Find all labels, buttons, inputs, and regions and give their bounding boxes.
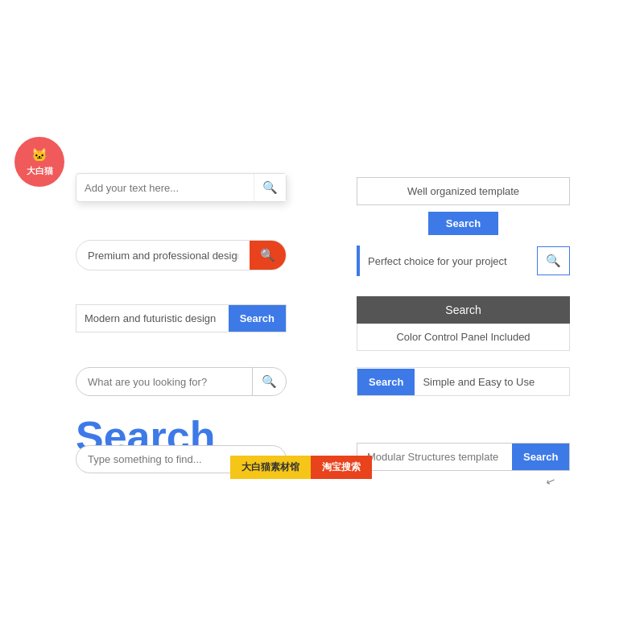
search-panel-2: Perfect choice for your project 🔍 [357, 246, 570, 276]
search-bar-4: 🔍 [76, 367, 287, 396]
watermark-text-right: 淘宝搜索 [311, 456, 372, 479]
panel-body-r3: Color Control Panel Included [357, 324, 570, 351]
search-panel-5: Search [357, 443, 570, 471]
search-panel-3: Search Color Control Panel Included [357, 296, 570, 351]
search-text-r2: Perfect choice for your project [368, 248, 530, 275]
search-input-r1[interactable] [357, 177, 570, 205]
watermark-text-left: 大白猫素材馆 [230, 456, 311, 479]
search-icon-r4: 🔍 [566, 368, 570, 395]
search-button-r1[interactable]: Search [428, 212, 498, 235]
search-input-1[interactable] [76, 175, 254, 201]
panel-header-r3: Search [357, 296, 570, 324]
search-button-3[interactable]: Search [229, 305, 286, 332]
logo: 🐱 大白猫 [14, 137, 64, 187]
accent-bar [357, 246, 360, 276]
search-input-3[interactable] [76, 305, 229, 332]
search-panel-1: Search [357, 177, 570, 235]
watermark-bar: 大白猫素材馆 淘宝搜索 [230, 456, 372, 479]
search-button-4[interactable]: 🔍 [252, 368, 286, 395]
arrow-hint: ↙ [544, 473, 558, 488]
search-button-1[interactable]: 🔍 [254, 174, 286, 201]
search-button-r2[interactable]: 🔍 [537, 246, 570, 275]
search-button-2[interactable]: 🔍 [250, 241, 286, 270]
logo-text: 大白猫 [27, 165, 53, 176]
search-bar-1: 🔍 [76, 173, 287, 202]
search-input-4[interactable] [76, 369, 252, 395]
cat-icon: 🐱 [31, 147, 47, 164]
search-input-r5[interactable] [357, 444, 512, 470]
search-input-2[interactable] [76, 242, 250, 269]
search-button-r5[interactable]: Search [512, 444, 569, 470]
search-bar-2: 🔍 [76, 240, 287, 270]
search-panel-4: Search 🔍 [357, 367, 570, 396]
search-bar-3: Search [76, 304, 287, 332]
search-button-r4[interactable]: Search [357, 369, 415, 395]
search-input-r4[interactable] [415, 369, 566, 395]
